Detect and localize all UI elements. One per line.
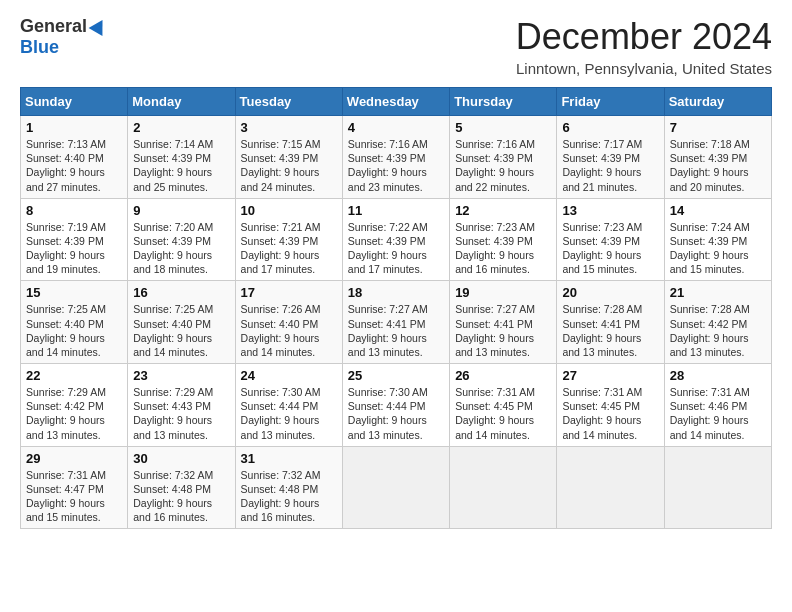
month-title: December 2024: [516, 16, 772, 58]
day-info: Sunrise: 7:27 AM Sunset: 4:41 PM Dayligh…: [455, 302, 551, 359]
sunset-text: Sunset: 4:42 PM: [670, 318, 748, 330]
day-number: 20: [562, 285, 658, 300]
day-number: 15: [26, 285, 122, 300]
sunset-text: Sunset: 4:39 PM: [455, 235, 533, 247]
day-number: 1: [26, 120, 122, 135]
day-info: Sunrise: 7:28 AM Sunset: 4:42 PM Dayligh…: [670, 302, 766, 359]
calendar-day-cell: 1 Sunrise: 7:13 AM Sunset: 4:40 PM Dayli…: [21, 116, 128, 199]
sunrise-text: Sunrise: 7:28 AM: [670, 303, 750, 315]
sunset-text: Sunset: 4:40 PM: [26, 318, 104, 330]
sunset-text: Sunset: 4:39 PM: [26, 235, 104, 247]
title-block: December 2024 Linntown, Pennsylvania, Un…: [516, 16, 772, 77]
day-number: 19: [455, 285, 551, 300]
day-info: Sunrise: 7:32 AM Sunset: 4:48 PM Dayligh…: [133, 468, 229, 525]
calendar-day-cell: 20 Sunrise: 7:28 AM Sunset: 4:41 PM Dayl…: [557, 281, 664, 364]
sunrise-text: Sunrise: 7:13 AM: [26, 138, 106, 150]
sunset-text: Sunset: 4:39 PM: [562, 152, 640, 164]
day-info: Sunrise: 7:16 AM Sunset: 4:39 PM Dayligh…: [348, 137, 444, 194]
sunrise-text: Sunrise: 7:16 AM: [455, 138, 535, 150]
sunset-text: Sunset: 4:44 PM: [241, 400, 319, 412]
day-info: Sunrise: 7:24 AM Sunset: 4:39 PM Dayligh…: [670, 220, 766, 277]
day-number: 21: [670, 285, 766, 300]
sunrise-text: Sunrise: 7:24 AM: [670, 221, 750, 233]
logo-blue-text: Blue: [20, 37, 59, 58]
daylight-text: Daylight: 9 hoursand 22 minutes.: [455, 166, 534, 192]
day-info: Sunrise: 7:31 AM Sunset: 4:46 PM Dayligh…: [670, 385, 766, 442]
weekday-header-thursday: Thursday: [450, 88, 557, 116]
weekday-header-monday: Monday: [128, 88, 235, 116]
day-info: Sunrise: 7:30 AM Sunset: 4:44 PM Dayligh…: [241, 385, 337, 442]
day-info: Sunrise: 7:19 AM Sunset: 4:39 PM Dayligh…: [26, 220, 122, 277]
calendar-day-cell: 10 Sunrise: 7:21 AM Sunset: 4:39 PM Dayl…: [235, 198, 342, 281]
sunset-text: Sunset: 4:40 PM: [241, 318, 319, 330]
day-info: Sunrise: 7:25 AM Sunset: 4:40 PM Dayligh…: [26, 302, 122, 359]
sunrise-text: Sunrise: 7:23 AM: [562, 221, 642, 233]
calendar-body: 1 Sunrise: 7:13 AM Sunset: 4:40 PM Dayli…: [21, 116, 772, 529]
calendar-day-cell: 17 Sunrise: 7:26 AM Sunset: 4:40 PM Dayl…: [235, 281, 342, 364]
calendar-day-cell: [450, 446, 557, 529]
logo-general-text: General: [20, 16, 87, 37]
calendar-day-cell: 24 Sunrise: 7:30 AM Sunset: 4:44 PM Dayl…: [235, 364, 342, 447]
calendar-day-cell: 14 Sunrise: 7:24 AM Sunset: 4:39 PM Dayl…: [664, 198, 771, 281]
day-number: 11: [348, 203, 444, 218]
calendar-day-cell: 29 Sunrise: 7:31 AM Sunset: 4:47 PM Dayl…: [21, 446, 128, 529]
day-info: Sunrise: 7:31 AM Sunset: 4:45 PM Dayligh…: [562, 385, 658, 442]
sunrise-text: Sunrise: 7:21 AM: [241, 221, 321, 233]
calendar-day-cell: 6 Sunrise: 7:17 AM Sunset: 4:39 PM Dayli…: [557, 116, 664, 199]
daylight-text: Daylight: 9 hoursand 13 minutes.: [241, 414, 320, 440]
sunset-text: Sunset: 4:45 PM: [562, 400, 640, 412]
daylight-text: Daylight: 9 hoursand 18 minutes.: [133, 249, 212, 275]
sunrise-text: Sunrise: 7:18 AM: [670, 138, 750, 150]
calendar-table: SundayMondayTuesdayWednesdayThursdayFrid…: [20, 87, 772, 529]
daylight-text: Daylight: 9 hoursand 13 minutes.: [562, 332, 641, 358]
daylight-text: Daylight: 9 hoursand 17 minutes.: [241, 249, 320, 275]
daylight-text: Daylight: 9 hoursand 14 minutes.: [670, 414, 749, 440]
calendar-week-row: 8 Sunrise: 7:19 AM Sunset: 4:39 PM Dayli…: [21, 198, 772, 281]
daylight-text: Daylight: 9 hoursand 15 minutes.: [670, 249, 749, 275]
daylight-text: Daylight: 9 hoursand 27 minutes.: [26, 166, 105, 192]
calendar-week-row: 1 Sunrise: 7:13 AM Sunset: 4:40 PM Dayli…: [21, 116, 772, 199]
daylight-text: Daylight: 9 hoursand 20 minutes.: [670, 166, 749, 192]
daylight-text: Daylight: 9 hoursand 23 minutes.: [348, 166, 427, 192]
sunset-text: Sunset: 4:46 PM: [670, 400, 748, 412]
day-info: Sunrise: 7:29 AM Sunset: 4:42 PM Dayligh…: [26, 385, 122, 442]
day-number: 10: [241, 203, 337, 218]
sunset-text: Sunset: 4:40 PM: [133, 318, 211, 330]
sunset-text: Sunset: 4:39 PM: [670, 235, 748, 247]
sunset-text: Sunset: 4:41 PM: [455, 318, 533, 330]
day-number: 9: [133, 203, 229, 218]
location-title: Linntown, Pennsylvania, United States: [516, 60, 772, 77]
day-number: 25: [348, 368, 444, 383]
calendar-day-cell: [342, 446, 449, 529]
calendar-day-cell: 19 Sunrise: 7:27 AM Sunset: 4:41 PM Dayl…: [450, 281, 557, 364]
day-number: 28: [670, 368, 766, 383]
calendar-day-cell: 2 Sunrise: 7:14 AM Sunset: 4:39 PM Dayli…: [128, 116, 235, 199]
sunset-text: Sunset: 4:39 PM: [241, 235, 319, 247]
sunrise-text: Sunrise: 7:30 AM: [241, 386, 321, 398]
sunset-text: Sunset: 4:41 PM: [562, 318, 640, 330]
sunset-text: Sunset: 4:39 PM: [348, 152, 426, 164]
day-info: Sunrise: 7:26 AM Sunset: 4:40 PM Dayligh…: [241, 302, 337, 359]
sunrise-text: Sunrise: 7:28 AM: [562, 303, 642, 315]
daylight-text: Daylight: 9 hoursand 17 minutes.: [348, 249, 427, 275]
daylight-text: Daylight: 9 hoursand 14 minutes.: [455, 414, 534, 440]
day-number: 14: [670, 203, 766, 218]
day-info: Sunrise: 7:16 AM Sunset: 4:39 PM Dayligh…: [455, 137, 551, 194]
calendar-day-cell: 16 Sunrise: 7:25 AM Sunset: 4:40 PM Dayl…: [128, 281, 235, 364]
weekday-header-friday: Friday: [557, 88, 664, 116]
daylight-text: Daylight: 9 hoursand 13 minutes.: [26, 414, 105, 440]
sunset-text: Sunset: 4:40 PM: [26, 152, 104, 164]
day-number: 13: [562, 203, 658, 218]
daylight-text: Daylight: 9 hoursand 13 minutes.: [348, 414, 427, 440]
day-info: Sunrise: 7:31 AM Sunset: 4:45 PM Dayligh…: [455, 385, 551, 442]
daylight-text: Daylight: 9 hoursand 13 minutes.: [348, 332, 427, 358]
day-info: Sunrise: 7:23 AM Sunset: 4:39 PM Dayligh…: [455, 220, 551, 277]
sunrise-text: Sunrise: 7:30 AM: [348, 386, 428, 398]
weekday-header-row: SundayMondayTuesdayWednesdayThursdayFrid…: [21, 88, 772, 116]
calendar-day-cell: 4 Sunrise: 7:16 AM Sunset: 4:39 PM Dayli…: [342, 116, 449, 199]
sunset-text: Sunset: 4:39 PM: [455, 152, 533, 164]
sunrise-text: Sunrise: 7:25 AM: [133, 303, 213, 315]
day-number: 17: [241, 285, 337, 300]
day-info: Sunrise: 7:28 AM Sunset: 4:41 PM Dayligh…: [562, 302, 658, 359]
calendar-day-cell: 28 Sunrise: 7:31 AM Sunset: 4:46 PM Dayl…: [664, 364, 771, 447]
